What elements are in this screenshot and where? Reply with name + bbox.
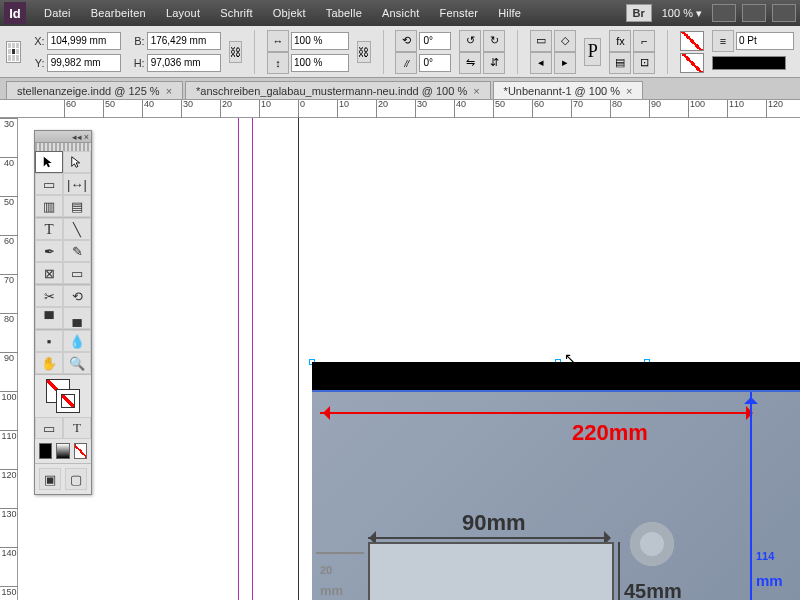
content-placer-tool[interactable]: ▤ — [63, 195, 91, 217]
x-input[interactable] — [47, 32, 121, 50]
menu-window[interactable]: Fenster — [429, 3, 488, 23]
rectangle-frame-tool[interactable]: ⊠ — [35, 262, 63, 284]
stroke-weight-input[interactable] — [736, 32, 794, 50]
scale-x-input[interactable] — [291, 32, 349, 50]
select-container-icon[interactable]: ▭ — [530, 30, 552, 52]
scale-y-input[interactable] — [291, 54, 349, 72]
toolbox-grip[interactable] — [35, 143, 91, 151]
close-icon[interactable]: × — [84, 132, 89, 142]
apply-none-button[interactable] — [74, 443, 87, 459]
gradient-swatch-tool[interactable]: ▀ — [35, 307, 63, 329]
dimension-label-90: 90mm — [462, 510, 526, 536]
select-content-icon[interactable]: ◇ — [554, 30, 576, 52]
note-tool[interactable]: ▪ — [35, 330, 63, 352]
guide-vertical[interactable] — [238, 118, 239, 600]
constrain-wh-icon[interactable]: ⛓ — [229, 41, 243, 63]
hand-tool[interactable]: ✋ — [35, 352, 63, 374]
arrange-docs-icon[interactable] — [742, 4, 766, 22]
rectangle-tool[interactable]: ▭ — [63, 262, 91, 284]
constrain-scale-icon[interactable]: ⛓ — [357, 41, 371, 63]
dimension-line-20 — [316, 552, 364, 554]
scale-x-icon: ↔ — [267, 30, 289, 52]
close-icon[interactable]: × — [626, 85, 632, 97]
reference-point-grid[interactable] — [6, 41, 21, 63]
tab-doc-0[interactable]: stellenanzeige.indd @ 125 %× — [6, 81, 183, 99]
workspace-switcher-icon[interactable] — [772, 4, 796, 22]
dimension-label-45: 45mm — [624, 580, 682, 600]
menu-object[interactable]: Objekt — [263, 3, 316, 23]
free-transform-tool[interactable]: ⟲ — [63, 285, 91, 307]
bridge-button[interactable]: Br — [626, 4, 652, 22]
menu-edit[interactable]: Bearbeiten — [81, 3, 156, 23]
gradient-feather-tool[interactable]: ▄ — [63, 307, 91, 329]
select-prev-icon[interactable]: ◂ — [530, 52, 552, 74]
arrowhead-right-icon — [746, 406, 760, 420]
tab-doc-1[interactable]: *anschreiben_galabau_mustermann-neu.indd… — [185, 81, 491, 99]
scale-y-icon: ↕ — [267, 52, 289, 74]
w-input[interactable] — [147, 32, 221, 50]
shear-icon: ⫽ — [395, 52, 417, 74]
shear-input[interactable] — [419, 54, 451, 72]
screen-mode-icon[interactable] — [712, 4, 736, 22]
content-collector-tool[interactable]: ▥ — [35, 195, 63, 217]
menu-view[interactable]: Ansicht — [372, 3, 429, 23]
stroke-swatch[interactable] — [680, 53, 704, 73]
eyedropper-tool[interactable]: 💧 — [63, 330, 91, 352]
effects-icon[interactable]: fx — [609, 30, 631, 52]
control-panel: X: Y: B: H: ⛓ ↔ ↕ ⛓ ⟲ ⫽ ↺↻ ⇋⇵ ▭◇ ◂▸ P fx… — [0, 26, 800, 78]
menu-table[interactable]: Tabelle — [316, 3, 372, 23]
vertical-ruler[interactable]: 30405060708090100110120130140150160 — [0, 118, 18, 600]
menu-type[interactable]: Schrift — [210, 3, 263, 23]
w-label: B: — [129, 35, 145, 47]
type-tool[interactable]: T — [35, 218, 63, 240]
select-next-icon[interactable]: ▸ — [554, 52, 576, 74]
toolbox-header[interactable]: ◂◂× — [35, 131, 91, 143]
pencil-tool[interactable]: ✎ — [63, 240, 91, 262]
preview-mode[interactable]: ▢ — [65, 468, 87, 490]
fill-swatch[interactable] — [680, 31, 704, 51]
menu-file[interactable]: Datei — [34, 3, 81, 23]
rotate-90-cw-icon[interactable]: ↻ — [483, 30, 505, 52]
zoom-tool[interactable]: 🔍 — [63, 352, 91, 374]
gap-tool[interactable]: |↔| — [63, 173, 91, 195]
normal-view-mode[interactable]: ▣ — [39, 468, 61, 490]
tab-doc-2[interactable]: *Unbenannt-1 @ 100 %× — [493, 81, 644, 99]
dimension-line-90 — [368, 537, 608, 539]
menu-help[interactable]: Hilfe — [488, 3, 531, 23]
y-input[interactable] — [47, 54, 121, 72]
page-tool[interactable]: ▭ — [35, 173, 63, 195]
line-tool[interactable]: ╲ — [63, 218, 91, 240]
char-format-icon[interactable]: P — [584, 38, 601, 66]
rotate-input[interactable] — [419, 32, 451, 50]
fit-icon[interactable]: ⊡ — [633, 52, 655, 74]
zoom-selector[interactable]: 100 % ▾ — [658, 5, 706, 22]
stroke-color-swatch[interactable] — [56, 389, 80, 413]
diagram-circle — [630, 522, 674, 566]
close-icon[interactable]: × — [166, 85, 172, 97]
h-label: H: — [129, 57, 145, 69]
stroke-weight-icon: ≡ — [712, 30, 734, 52]
horizontal-ruler[interactable]: 6050403020100102030405060708090100110120… — [0, 100, 800, 118]
corner-options-icon[interactable]: ⌐ — [633, 30, 655, 52]
collapse-icon[interactable]: ◂◂ — [72, 132, 82, 142]
flip-vertical-icon[interactable]: ⇵ — [483, 52, 505, 74]
apply-gradient-button[interactable] — [56, 443, 69, 459]
toolbox-panel[interactable]: ◂◂× ▭ |↔| ▥ ▤ T ╲ ✒ ✎ ⊠ ▭ ✂ ⟲ ▀ ▄ ▪ 💧 ✋ … — [34, 130, 92, 495]
h-input[interactable] — [147, 54, 221, 72]
apply-color-button[interactable] — [39, 443, 52, 459]
flip-horizontal-icon[interactable]: ⇋ — [459, 52, 481, 74]
guide-vertical[interactable] — [252, 118, 253, 600]
format-text-tool[interactable]: T — [63, 417, 91, 439]
x-label: X: — [29, 35, 45, 47]
scissors-tool[interactable]: ✂ — [35, 285, 63, 307]
menu-layout[interactable]: Layout — [156, 3, 210, 23]
rotate-90-ccw-icon[interactable]: ↺ — [459, 30, 481, 52]
selection-tool[interactable] — [35, 151, 63, 173]
format-container-tool[interactable]: ▭ — [35, 417, 63, 439]
close-icon[interactable]: × — [473, 85, 479, 97]
canvas[interactable]: 220mm 114mm 90mm 20mm 45mm ↖ — [18, 118, 800, 600]
stroke-style-selector[interactable] — [712, 56, 786, 70]
direct-selection-tool[interactable] — [63, 151, 91, 173]
pen-tool[interactable]: ✒ — [35, 240, 63, 262]
text-wrap-icon[interactable]: ▤ — [609, 52, 631, 74]
